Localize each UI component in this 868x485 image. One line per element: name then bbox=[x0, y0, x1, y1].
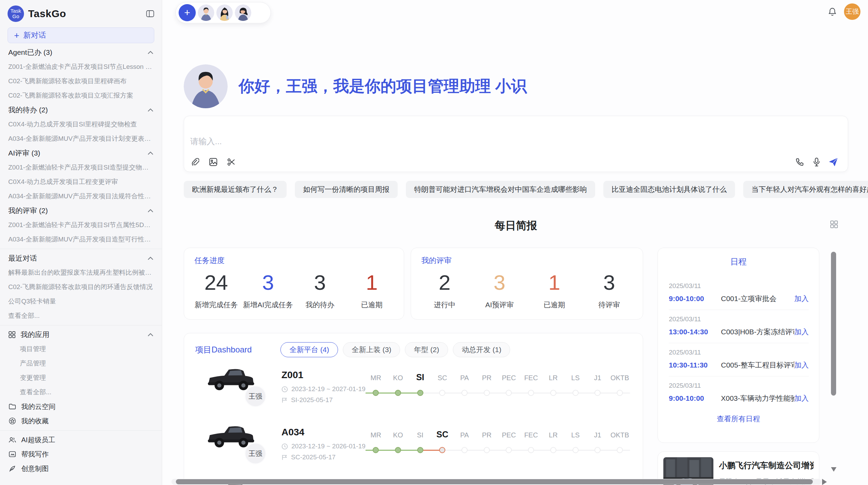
scroll-right-arrow[interactable] bbox=[822, 479, 827, 485]
list-item[interactable]: C0X4-动力总成开发项目SI里程碑提交物检查 bbox=[0, 117, 162, 132]
stat-value: 3 bbox=[472, 271, 527, 295]
list-item[interactable]: C0X4-动力总成开发项目工程变更评审 bbox=[0, 175, 162, 189]
owner-badge: 王强 bbox=[244, 443, 266, 464]
chevron-up-icon[interactable] bbox=[147, 209, 154, 213]
sidebar-item-change-mgmt[interactable]: 变更管理 bbox=[0, 371, 162, 385]
owner-name: 王强 bbox=[249, 449, 262, 458]
list-item[interactable]: C02-飞腾新能源轻客改款项目立项汇报方案 bbox=[0, 88, 162, 103]
chevron-up-icon[interactable] bbox=[147, 50, 154, 54]
microphone-icon[interactable] bbox=[812, 157, 821, 167]
vertical-scrollbar-thumb[interactable] bbox=[831, 252, 836, 396]
schedule-title: 日程 bbox=[658, 256, 819, 267]
sidebar-item-label: 我的云空间 bbox=[21, 402, 56, 411]
sidebar-item-cloud-space[interactable]: 我的云空间 bbox=[0, 399, 162, 414]
suggestion-chip[interactable]: 当下年轻人对汽车外观有怎样的喜好趋势 bbox=[743, 181, 868, 198]
tab-powertrain[interactable]: 动总开发 (1) bbox=[453, 342, 510, 357]
tab-new-platform[interactable]: 全新平台 (4) bbox=[280, 342, 338, 357]
news-title: 小鹏飞行汽车制造公司增资 bbox=[719, 460, 813, 471]
suggestion-chip[interactable]: 欧洲新规最近颁布了什么？ bbox=[184, 181, 287, 198]
list-item[interactable]: 解释最新出台的欧盟报废车法规再生塑料比例被调至15%... bbox=[0, 265, 162, 280]
paperclip-icon[interactable] bbox=[190, 157, 200, 167]
add-agent-button[interactable]: + bbox=[179, 4, 196, 21]
user-name: 王强 bbox=[846, 7, 859, 16]
stat-value: 3 bbox=[582, 271, 637, 295]
project-flag: SC-2025-05-17 bbox=[281, 453, 336, 461]
chat-input-card bbox=[184, 116, 848, 172]
sidebar-item-product-mgmt[interactable]: 产品管理 bbox=[0, 356, 162, 371]
send-icon[interactable] bbox=[829, 157, 838, 167]
suggestion-chip[interactable]: 如何写一份清晰的项目周报 bbox=[295, 181, 398, 198]
list-item[interactable]: Z001-全新燃油轻卡产品开发项目SI造型提交物评审 bbox=[0, 160, 162, 175]
join-link[interactable]: 加入 bbox=[794, 394, 809, 403]
section-ai-review: AI评审 (3) bbox=[0, 146, 162, 160]
list-item[interactable]: C02-飞腾新能源轻客改款项目的闭环通告反馈情况 bbox=[0, 280, 162, 294]
sidebar-item-favorites[interactable]: 我的收藏 bbox=[0, 414, 162, 428]
list-item[interactable]: C02-飞腾新能源轻客改款项目里程碑画布 bbox=[0, 74, 162, 88]
scissors-icon[interactable] bbox=[227, 157, 236, 167]
list-item[interactable]: Z001-全新燃油轻卡产品开发项目SI节点属性5D文件评审 bbox=[0, 218, 162, 232]
horizontal-scrollbar-thumb[interactable] bbox=[176, 479, 813, 484]
join-link[interactable]: 加入 bbox=[794, 327, 809, 337]
tab-model-year[interactable]: 年型 (2) bbox=[405, 342, 448, 357]
sidebar-item-ai-super-staff[interactable]: AI超级员工 bbox=[0, 433, 162, 447]
schedule-date: 2025/03/11 bbox=[669, 282, 809, 290]
layout-grid-icon[interactable] bbox=[830, 220, 839, 229]
schedule-time: 13:00-14:30 bbox=[669, 328, 721, 336]
section-recent-chats: 最近对话 bbox=[0, 251, 162, 265]
view-all-link[interactable]: 查看全部... bbox=[0, 309, 162, 323]
project-dates: 2023-12-19 ~ 2027-01-19 bbox=[281, 385, 365, 393]
notification-bell-icon[interactable] bbox=[828, 7, 837, 16]
suggestion-chip[interactable]: 比亚迪全固态电池计划具体说了什么 bbox=[603, 181, 735, 198]
list-item[interactable]: A034-全新新能源MUV产品开发项目法规符合性评审 bbox=[0, 189, 162, 203]
chevron-up-icon[interactable] bbox=[147, 256, 154, 260]
folder-icon bbox=[8, 402, 16, 411]
task-stats: 24 新增完成任务 3 新增AI完成任务 3 我的待办 1 已逾期 bbox=[184, 271, 404, 310]
chevron-up-icon[interactable] bbox=[147, 108, 154, 112]
app-title: TaskGo bbox=[28, 8, 66, 20]
image-icon[interactable] bbox=[208, 157, 218, 167]
chat-input[interactable] bbox=[184, 116, 848, 157]
horizontal-scrollbar[interactable] bbox=[171, 479, 821, 485]
project-code: Z001 bbox=[281, 370, 303, 381]
phone-icon[interactable] bbox=[795, 157, 805, 167]
join-link[interactable]: 加入 bbox=[794, 360, 809, 370]
people-icon bbox=[8, 436, 16, 444]
scroll-down-arrow[interactable] bbox=[831, 467, 836, 472]
sidebar-collapse-icon[interactable] bbox=[146, 10, 154, 17]
project-dashboard-card: 项目Dashboard 全新平台 (4) 全新上装 (3) 年型 (2) 动总开… bbox=[184, 333, 643, 485]
feather-pen-icon bbox=[8, 464, 16, 473]
tab-new-body[interactable]: 全新上装 (3) bbox=[343, 342, 400, 357]
list-item: 2025/03/11 9:00-10:00 C001-立项审批会 加入 bbox=[669, 277, 809, 310]
stat-new-ai-completed: 3 新增AI完成任务 bbox=[242, 271, 294, 310]
view-all-schedule-link[interactable]: 查看所有日程 bbox=[658, 414, 819, 424]
user-avatar-badge[interactable]: 王强 bbox=[844, 3, 860, 20]
sidebar-item-label: AI超级员工 bbox=[21, 435, 55, 445]
join-link[interactable]: 加入 bbox=[794, 294, 809, 303]
list-item[interactable]: Z001-全新燃油皮卡产品开发项目SI节点Lesson Learn报告 bbox=[0, 60, 162, 74]
sidebar-item-help-writing[interactable]: 帮我写作 bbox=[0, 447, 162, 461]
sidebar-item-creative-drawing[interactable]: 创意制图 bbox=[0, 461, 162, 476]
schedule-name: C003|H0B-方案冻结评审 bbox=[721, 327, 794, 337]
table-row[interactable]: 王强 Z001 2023-12-19 ~ 2027-01-19 SI-2025-… bbox=[184, 363, 643, 420]
section-title: 我的评审 (2) bbox=[8, 206, 48, 215]
my-review-card: 我的评审 2 进行中 3 AI预评审 1 已逾期 3 待评审 bbox=[411, 248, 643, 320]
chevron-up-icon[interactable] bbox=[147, 151, 154, 155]
chevron-up-icon[interactable] bbox=[147, 333, 154, 337]
suggestion-chip[interactable]: 特朗普可能对进口汽车增税会对中国车企造成哪些影响 bbox=[406, 181, 595, 198]
table-row[interactable]: 王强 A034 2023-12-19 ~ 2026-01-19 SC-2025-… bbox=[184, 420, 643, 477]
new-chat-button[interactable]: + 新对话 bbox=[8, 27, 154, 43]
list-item[interactable]: 公司Q3轻卡销量 bbox=[0, 294, 162, 309]
view-all-link[interactable]: 查看全部... bbox=[0, 385, 162, 399]
stat-ai-pre-review: 3 AI预评审 bbox=[472, 271, 527, 310]
stat-label: 新增完成任务 bbox=[190, 300, 242, 310]
stat-value: 24 bbox=[190, 271, 242, 295]
avatar[interactable] bbox=[216, 4, 233, 21]
sidebar-item-project-mgmt[interactable]: 项目管理 bbox=[0, 342, 162, 356]
avatar[interactable] bbox=[198, 4, 214, 21]
avatar[interactable] bbox=[235, 4, 251, 21]
app-screen: Task Go TaskGo + 新对话 Agent已办 (3) Z001-全新… bbox=[0, 0, 868, 485]
stat-value: 1 bbox=[346, 271, 398, 295]
list-item[interactable]: A034-全新新能源MUV产品开发项目计划变更表编写 bbox=[0, 132, 162, 146]
list-item[interactable]: A034-全新新能源MUV产品开发项目造型可行性评审 bbox=[0, 232, 162, 247]
section-title: AI评审 (3) bbox=[8, 148, 40, 158]
